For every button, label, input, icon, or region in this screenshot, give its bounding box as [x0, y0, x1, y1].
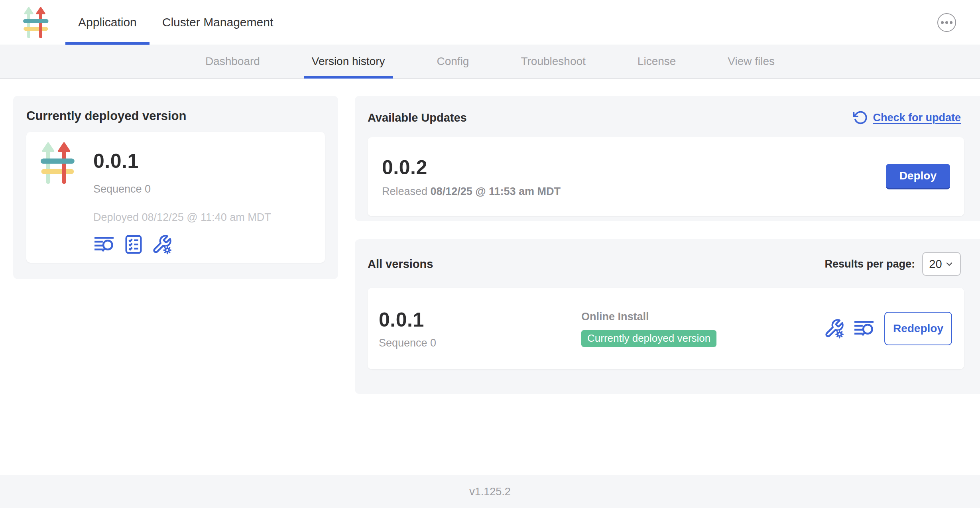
- header-tab-label: Cluster Management: [162, 16, 273, 29]
- current-version-deployed-timestamp: Deployed 08/12/25 @ 11:40 am MDT: [93, 211, 271, 224]
- edit-config-icon[interactable]: [824, 318, 844, 339]
- deploy-logs-icon[interactable]: [93, 234, 116, 254]
- install-type-label: Online Install: [581, 311, 824, 323]
- results-per-page-label: Results per page:: [825, 258, 915, 270]
- current-version-number: 0.0.1: [93, 150, 271, 173]
- subnav-tab-troubleshoot[interactable]: Troubleshoot: [513, 45, 593, 78]
- subnav-tab-version-history[interactable]: Version history: [304, 45, 393, 78]
- update-version-number: 0.0.2: [382, 156, 561, 179]
- deploy-logs-icon[interactable]: [853, 319, 876, 339]
- results-per-page-value: 20: [929, 258, 942, 271]
- check-for-update-label: Check for update: [873, 112, 961, 124]
- ellipsis-icon: [950, 21, 952, 24]
- header-tab-label: Application: [78, 16, 137, 29]
- results-per-page: Results per page: 20: [825, 252, 961, 276]
- all-versions-title: All versions: [368, 258, 433, 271]
- current-version-actions: [93, 234, 271, 255]
- update-released-timestamp: Released 08/12/25 @ 11:53 am MDT: [382, 185, 561, 198]
- released-prefix: Released: [382, 185, 427, 197]
- app-logo-icon: [23, 6, 49, 39]
- currently-deployed-card: Currently deployed version 0.0.1 Sequenc…: [13, 96, 338, 279]
- available-update-row: 0.0.2 Released 08/12/25 @ 11:53 am MDT D…: [368, 137, 964, 216]
- ellipsis-icon: [945, 21, 948, 24]
- version-row-status: Online Install Currently deployed versio…: [581, 311, 824, 347]
- available-updates-card: Available Updates Check for update 0.0.2…: [355, 96, 980, 221]
- subnav-tab-view-files[interactable]: View files: [720, 45, 783, 78]
- app-subnav: Dashboard Version history Config Trouble…: [0, 45, 980, 79]
- currently-deployed-title: Currently deployed version: [26, 109, 325, 123]
- admin-console-page: Application Cluster Management Dashboard…: [0, 0, 980, 508]
- version-row-sequence: Sequence 0: [379, 337, 581, 349]
- released-date: 08/12/25 @ 11:53 am MDT: [431, 185, 561, 197]
- results-per-page-select[interactable]: 20: [922, 252, 961, 276]
- app-footer: v1.125.2: [0, 475, 980, 508]
- version-row: 0.0.1 Sequence 0 Online Install Currentl…: [368, 288, 964, 369]
- deploy-button[interactable]: Deploy: [886, 164, 950, 189]
- header-tab-cluster-management[interactable]: Cluster Management: [150, 0, 286, 45]
- preflight-checks-icon[interactable]: [124, 234, 144, 254]
- main-content: Currently deployed version 0.0.1 Sequenc…: [0, 79, 980, 475]
- current-version-sequence: Sequence 0: [93, 183, 271, 195]
- subnav-tab-dashboard[interactable]: Dashboard: [197, 45, 268, 78]
- header-nav: Application Cluster Management: [65, 0, 286, 45]
- edit-config-icon[interactable]: [152, 234, 172, 255]
- console-version: v1.125.2: [469, 486, 511, 498]
- version-row-info: 0.0.1 Sequence 0: [379, 308, 581, 349]
- app-header: Application Cluster Management: [0, 0, 980, 45]
- redeploy-button[interactable]: Redeploy: [884, 312, 952, 345]
- check-for-update-link[interactable]: Check for update: [853, 110, 961, 125]
- all-versions-card: All versions Results per page: 20 0.0: [355, 239, 980, 394]
- available-updates-title: Available Updates: [368, 111, 467, 124]
- ellipsis-icon: [941, 21, 944, 24]
- available-updates-header: Available Updates Check for update: [368, 108, 977, 127]
- header-tab-application[interactable]: Application: [65, 0, 150, 45]
- version-row-actions: Redeploy: [824, 312, 952, 345]
- subnav-tab-license[interactable]: License: [630, 45, 684, 78]
- right-column: Available Updates Check for update 0.0.2…: [355, 96, 980, 394]
- refresh-icon: [853, 110, 868, 125]
- version-row-number: 0.0.1: [379, 308, 581, 331]
- ellipsis-menu-button[interactable]: [937, 13, 956, 32]
- all-versions-header: All versions Results per page: 20: [368, 252, 977, 276]
- chevron-down-icon: [945, 259, 954, 269]
- status-badge: Currently deployed version: [581, 330, 716, 347]
- current-version-panel: 0.0.1 Sequence 0 Deployed 08/12/25 @ 11:…: [26, 132, 325, 263]
- current-version-details: 0.0.1 Sequence 0 Deployed 08/12/25 @ 11:…: [93, 150, 271, 255]
- subnav-tab-config[interactable]: Config: [429, 45, 477, 78]
- available-update-info: 0.0.2 Released 08/12/25 @ 11:53 am MDT: [382, 156, 561, 198]
- app-logo-icon: [41, 142, 76, 185]
